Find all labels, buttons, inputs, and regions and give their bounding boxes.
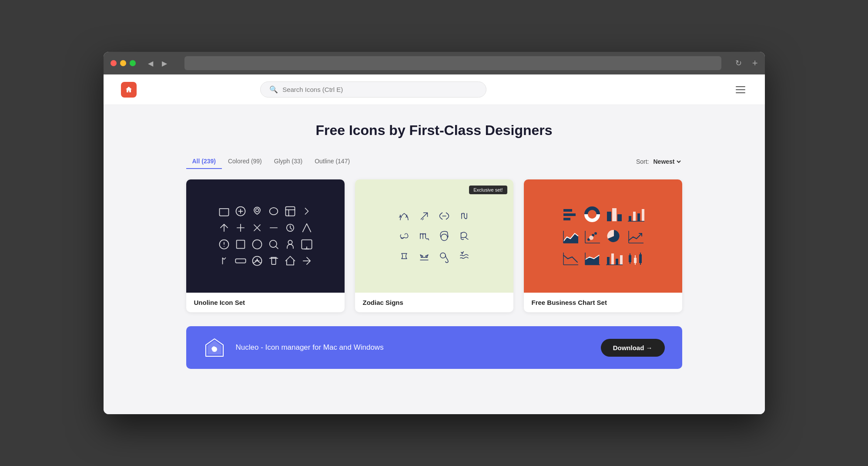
icon-set-card-unoline[interactable]: Unoline Icon Set [186, 179, 345, 312]
chart-icon-area [562, 227, 579, 245]
tab-outline[interactable]: Outline (147) [308, 154, 356, 169]
svg-rect-18 [607, 212, 611, 221]
back-button[interactable]: ◀ [144, 57, 157, 69]
page-content: 🔍 Free Icons by First-Class Designers Al… [104, 74, 765, 414]
tab-all[interactable]: All (239) [186, 154, 222, 169]
zodiac-icon-leo [436, 248, 452, 264]
zodiac-icon-virgo [456, 208, 472, 224]
close-button[interactable] [111, 60, 117, 66]
tab-colored[interactable]: Colored (99) [222, 154, 268, 169]
zodiac-icon-sagittarius [416, 208, 432, 224]
svg-rect-14 [563, 213, 576, 216]
maximize-button[interactable] [130, 60, 136, 66]
chart-icon-line-up [627, 227, 644, 245]
chart-icon-bar-horizontal [562, 206, 579, 223]
chart-icon-donut [583, 206, 601, 223]
svg-rect-13 [563, 209, 572, 212]
unoline-icon [301, 205, 313, 217]
chart-icon-bar-chart-mini [627, 206, 644, 223]
tab-glyph[interactable]: Glyph (33) [268, 154, 308, 169]
page-title: Free Icons by First-Class Designers [186, 122, 682, 138]
unoline-icon [235, 238, 247, 250]
nucleo-logo [204, 337, 225, 358]
main-content: Free Icons by First-Class Designers All … [173, 105, 695, 386]
svg-rect-24 [642, 209, 644, 221]
svg-rect-40 [607, 257, 610, 265]
svg-rect-20 [617, 214, 622, 221]
unoline-icon [218, 255, 230, 267]
nav-buttons: ◀ ▶ [144, 57, 171, 69]
unoline-icon [284, 205, 296, 217]
unoline-icon [284, 222, 296, 234]
browser-window: ◀ ▶ ↻ + 🔍 Free I [104, 52, 765, 414]
unoline-icon [301, 238, 313, 250]
chart-icon-grouped-bar [605, 206, 623, 223]
site-logo[interactable] [121, 82, 137, 98]
svg-rect-22 [633, 212, 636, 221]
svg-rect-51 [639, 254, 642, 263]
svg-rect-19 [612, 208, 617, 221]
svg-point-10 [441, 234, 447, 241]
unoline-icon [218, 238, 230, 250]
zodiac-icon-scorpio [416, 228, 432, 244]
icon-set-name-business-chart: Free Business Chart Set [524, 293, 682, 312]
menu-button[interactable] [734, 84, 747, 95]
zodiac-icon-capricorn [456, 228, 472, 244]
icon-set-name-unoline: Unoline Icon Set [186, 293, 345, 312]
search-bar[interactable]: 🔍 [260, 81, 486, 98]
unoline-icon [251, 222, 263, 234]
sort-select[interactable]: Newest Oldest [652, 158, 682, 165]
address-bar[interactable] [184, 56, 721, 70]
unoline-icon [235, 255, 247, 267]
chart-icon-scatter [583, 227, 601, 245]
svg-point-5 [288, 240, 292, 244]
download-button[interactable]: Download → [601, 339, 665, 357]
unoline-icon [268, 255, 280, 267]
svg-point-30 [589, 236, 593, 240]
unoline-icon [251, 238, 263, 250]
unoline-icon [284, 255, 296, 267]
nucleo-description: Nucleo - Icon manager for Mac and Window… [236, 343, 384, 352]
exclusive-badge: Exclusive set! [469, 186, 507, 194]
refresh-button[interactable]: ↻ [735, 58, 742, 68]
unoline-icon [235, 205, 247, 217]
chart-icon-area-filled [583, 249, 601, 267]
zodiac-icon-gemini [396, 248, 412, 264]
icon-set-card-zodiac[interactable]: Exclusive set! [355, 179, 513, 312]
unoline-icon [301, 255, 313, 267]
filter-tabs: All (239) Colored (99) Glyph (33) Outlin… [186, 154, 682, 169]
business-chart-preview [524, 179, 682, 293]
svg-rect-42 [616, 259, 618, 265]
unoline-icon [251, 205, 263, 217]
menu-line-3 [736, 92, 745, 93]
unoline-icon [251, 255, 263, 267]
unoline-icon [235, 222, 247, 234]
search-input[interactable] [282, 86, 477, 93]
svg-rect-41 [611, 253, 614, 265]
svg-rect-1 [285, 207, 295, 216]
sort-label: Sort: [636, 158, 649, 165]
minimize-button[interactable] [120, 60, 126, 66]
unoline-icon [268, 222, 280, 234]
menu-line-2 [736, 89, 745, 90]
unoline-preview [186, 179, 345, 293]
menu-line-1 [736, 86, 745, 87]
svg-point-31 [594, 232, 597, 235]
unoline-icon [218, 222, 230, 234]
traffic-lights [111, 60, 136, 66]
zodiac-icon-taurus [436, 228, 452, 244]
search-icon: 🔍 [269, 85, 278, 94]
icon-set-card-business-chart[interactable]: Free Business Chart Set [524, 179, 682, 312]
svg-rect-21 [629, 216, 631, 221]
svg-rect-45 [629, 255, 631, 262]
chart-icon-pie [605, 227, 623, 245]
forward-button[interactable]: ▶ [158, 57, 171, 69]
new-tab-button[interactable]: + [752, 57, 758, 69]
svg-rect-15 [563, 218, 570, 220]
chart-icon-line-down [562, 249, 579, 267]
svg-rect-43 [620, 255, 623, 265]
zodiac-icon-cancer [396, 228, 412, 244]
unoline-icon [301, 222, 313, 234]
zodiac-icon-pisces [436, 208, 452, 224]
chart-icon-bar-vertical [605, 249, 623, 267]
